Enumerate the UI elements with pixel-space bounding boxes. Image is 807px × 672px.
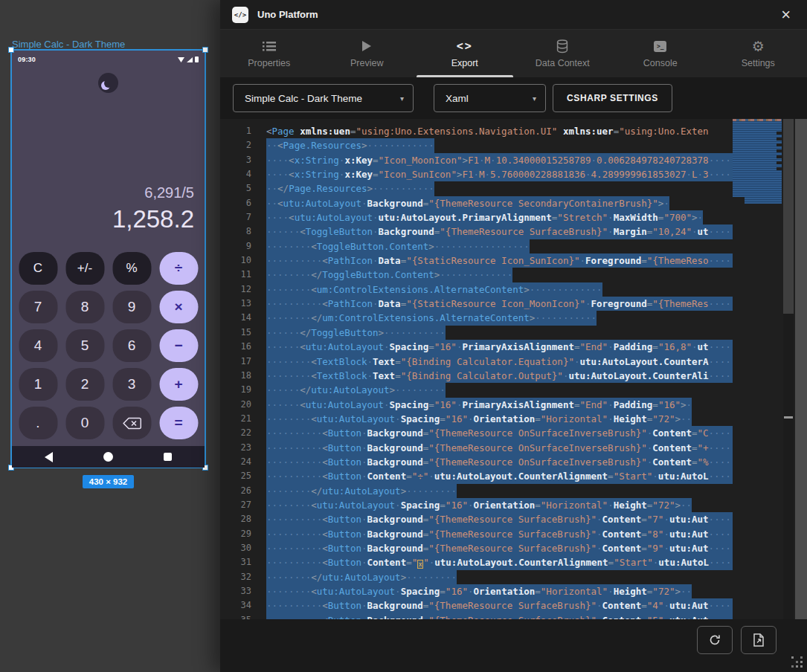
- calc-key-0[interactable]: 0: [65, 407, 104, 439]
- calc-key-5[interactable]: 5: [65, 329, 104, 362]
- line-number: 5: [220, 181, 251, 196]
- close-icon[interactable]: ×: [781, 7, 795, 23]
- line-number: 19: [220, 383, 251, 397]
- line-number: 26: [220, 484, 251, 498]
- theme-select-value: Simple Calc - Dark Theme: [245, 93, 362, 104]
- scrollbar-thumb[interactable]: [783, 119, 794, 314]
- calculator-display: 6,291/5 1,258.2: [112, 184, 194, 233]
- line-number: 30: [220, 541, 251, 555]
- calculator-equation: 6,291/5: [112, 184, 194, 201]
- line-number: 22: [220, 426, 251, 440]
- format-select[interactable]: Xaml ▾: [434, 84, 546, 112]
- line-number: 24: [220, 455, 251, 469]
- tab-label: Properties: [248, 58, 290, 68]
- refresh-button[interactable]: [697, 626, 733, 654]
- code-line-4: 4····<x:String·x:Key="Icon_SunIcon">F1·M…: [220, 167, 807, 181]
- code-line-22: 22··········<Button·Background="{ThemeRe…: [220, 426, 807, 440]
- phone-status-bar: 09:30: [12, 51, 205, 67]
- line-number: 23: [220, 441, 251, 455]
- line-number: 12: [220, 282, 251, 297]
- line-number: 7: [220, 210, 251, 224]
- code-icon: <>: [457, 39, 473, 54]
- line-number: 18: [220, 369, 251, 383]
- line-number: 35: [220, 613, 251, 619]
- calc-key-4[interactable]: 4: [19, 329, 57, 362]
- tab-data-context[interactable]: Data Context: [514, 30, 612, 77]
- code-line-20: 20······<utu:AutoLayout·Spacing="16"·Pri…: [220, 398, 807, 412]
- calc-key-1[interactable]: 1: [19, 368, 57, 401]
- recents-icon[interactable]: [164, 453, 172, 461]
- panel-scroll-track[interactable]: [795, 119, 807, 619]
- calc-key-backspace[interactable]: [112, 407, 151, 439]
- tab-bar: PropertiesPreview<>ExportData Context>_C…: [220, 30, 807, 77]
- window-footer: [220, 619, 807, 672]
- calc-key-6[interactable]: 6: [112, 329, 151, 362]
- code-line-19: 19······</utu:AutoLayout>·········: [220, 383, 807, 397]
- csharp-settings-button[interactable]: CSHARP SETTINGS: [553, 84, 672, 112]
- code-line-21: 21········<utu:AutoLayout·Spacing="16"·O…: [220, 412, 807, 426]
- size-badge: 430 × 932: [83, 475, 134, 488]
- export-file-button[interactable]: [741, 626, 777, 654]
- tab-label: Console: [643, 58, 678, 68]
- database-icon: [556, 39, 568, 54]
- calc-key-9[interactable]: 9: [112, 291, 151, 323]
- code-line-23: 23··········<Button·Background="{ThemeRe…: [220, 441, 807, 455]
- calc-key-7[interactable]: 7: [19, 291, 57, 323]
- calc-key-subtract[interactable]: −: [159, 329, 198, 362]
- chevron-down-icon: ▾: [400, 94, 404, 103]
- code-editor[interactable]: 1<Page xmlns:uen="using:Uno.Extensions.N…: [220, 119, 807, 619]
- calculator-output: 1,258.2: [112, 207, 194, 233]
- code-line-28: 28··········<Button·Background="{ThemeRe…: [220, 512, 807, 526]
- terminal-icon: >_: [654, 39, 666, 54]
- phone-preview[interactable]: 09:30 6,291/5 1,258.2 C+/-%÷789×456−123+…: [10, 49, 206, 468]
- calc-key-decimal[interactable]: .: [19, 407, 57, 439]
- tab-console[interactable]: >_Console: [611, 30, 710, 77]
- tab-label: Data Context: [536, 58, 590, 68]
- code-line-25: 25··········<Button·Content="÷"·utu:Auto…: [220, 469, 807, 483]
- code-line-3: 3····<x:String·x:Key="Icon_MoonIcon">F1·…: [220, 153, 807, 167]
- tab-preview[interactable]: Preview: [318, 30, 417, 77]
- line-number: 20: [220, 398, 251, 412]
- calc-key-negate[interactable]: +/-: [65, 252, 104, 285]
- line-number: 15: [220, 326, 251, 340]
- calc-key-add[interactable]: +: [159, 368, 198, 401]
- code-line-15: 15······</ToggleButton>···········: [220, 326, 807, 340]
- line-number: 13: [220, 297, 251, 311]
- calc-key-3[interactable]: 3: [112, 368, 151, 401]
- line-number: 3: [220, 153, 251, 167]
- line-number: 1: [220, 124, 251, 138]
- theme-select[interactable]: Simple Calc - Dark Theme ▾: [233, 84, 414, 112]
- theme-toggle-button[interactable]: [98, 73, 118, 93]
- tab-properties[interactable]: Properties: [220, 30, 318, 77]
- editor-scrollbar[interactable]: [783, 119, 794, 619]
- tab-settings[interactable]: ⚙Settings: [710, 30, 807, 77]
- tab-export[interactable]: <>Export: [416, 30, 514, 77]
- app-logo-icon: </>: [232, 7, 248, 23]
- selection-handle[interactable]: [202, 47, 208, 53]
- calc-key-2[interactable]: 2: [65, 368, 104, 401]
- code-line-9: 9········<ToggleButton.Content>·········…: [220, 239, 807, 253]
- home-icon[interactable]: [103, 452, 113, 462]
- calc-key-clear[interactable]: C: [19, 252, 57, 285]
- calc-key-equals[interactable]: =: [159, 407, 198, 439]
- line-number: 25: [220, 469, 251, 483]
- code-line-34: 34··········<Button·Background="{ThemeRe…: [220, 598, 807, 613]
- line-number: 29: [220, 527, 251, 541]
- line-number: 9: [220, 239, 251, 253]
- uno-platform-window: </> Uno Platform × PropertiesPreview<>Ex…: [220, 0, 807, 672]
- code-line-32: 32········</utu:AutoLayout>·········: [220, 570, 807, 584]
- calc-key-divide[interactable]: ÷: [159, 252, 198, 285]
- resize-grip-icon[interactable]: [791, 656, 794, 659]
- calc-key-8[interactable]: 8: [65, 291, 104, 323]
- code-line-8: 8······<ToggleButton·Background="{ThemeR…: [220, 224, 807, 239]
- line-number: 33: [220, 584, 251, 598]
- line-number: 10: [220, 253, 251, 268]
- code-line-31: 31··········<Button·Content="x"·utu:Auto…: [220, 555, 807, 569]
- selection-handle[interactable]: [8, 47, 14, 53]
- minimap[interactable]: [733, 119, 782, 205]
- back-icon[interactable]: [45, 452, 53, 462]
- code-line-14: 14········</um:ControlExtensions.Alterna…: [220, 311, 807, 325]
- calc-key-multiply[interactable]: ×: [159, 291, 198, 323]
- calc-key-percent[interactable]: %: [112, 252, 151, 285]
- code-line-2: 2··<Page.Resources>············: [220, 138, 807, 152]
